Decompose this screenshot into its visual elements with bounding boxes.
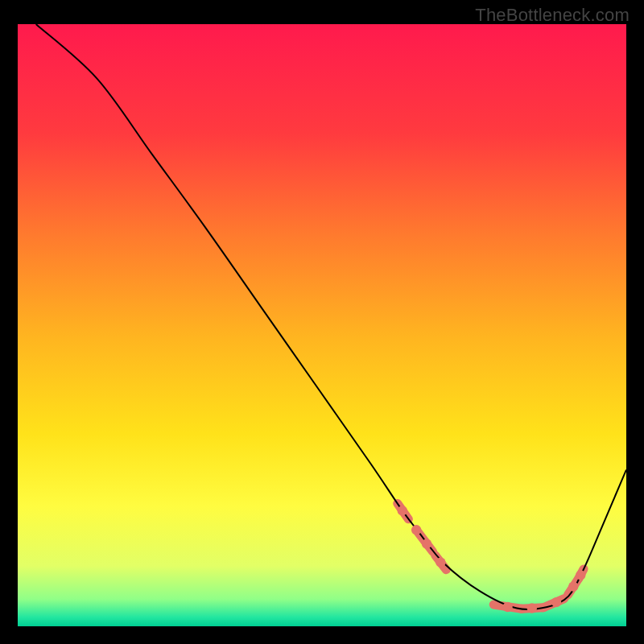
marker-dot: [527, 603, 537, 613]
marker-dot: [411, 525, 421, 535]
marker-dot: [436, 558, 445, 568]
watermark-text: TheBottleneck.com: [475, 5, 630, 26]
marker-dot: [551, 597, 561, 607]
marker-dot: [502, 602, 512, 612]
marker-dot: [568, 581, 578, 591]
marker-dot: [422, 539, 431, 548]
chart-frame: TheBottleneck.com: [0, 0, 644, 644]
chart-svg: [18, 24, 626, 626]
gradient-background: [18, 24, 626, 626]
marker-dot: [398, 506, 407, 515]
marker-dot: [576, 570, 585, 580]
plot-area: [18, 24, 626, 626]
